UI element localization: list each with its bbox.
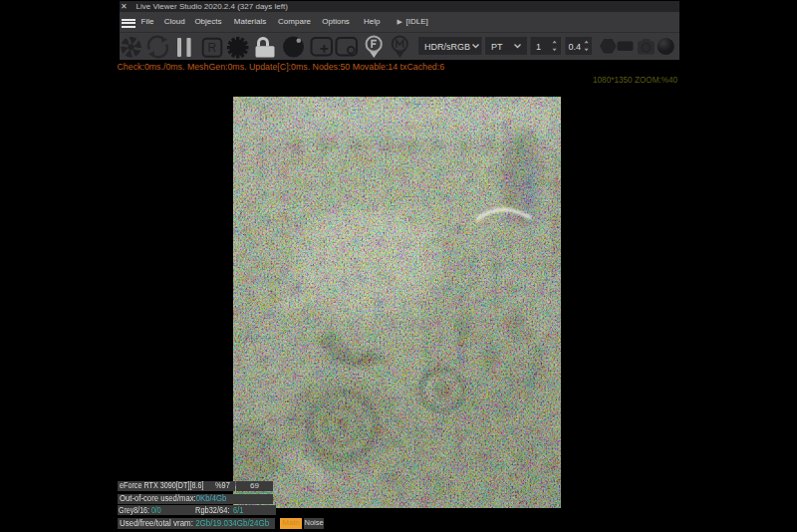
svg-text:0.4: 0.4 xyxy=(569,41,582,51)
svg-text:HDR/sRGB: HDR/sRGB xyxy=(424,41,470,51)
svg-text:PT: PT xyxy=(491,41,503,51)
svg-text:R: R xyxy=(208,41,217,55)
svg-text:1: 1 xyxy=(536,41,541,51)
